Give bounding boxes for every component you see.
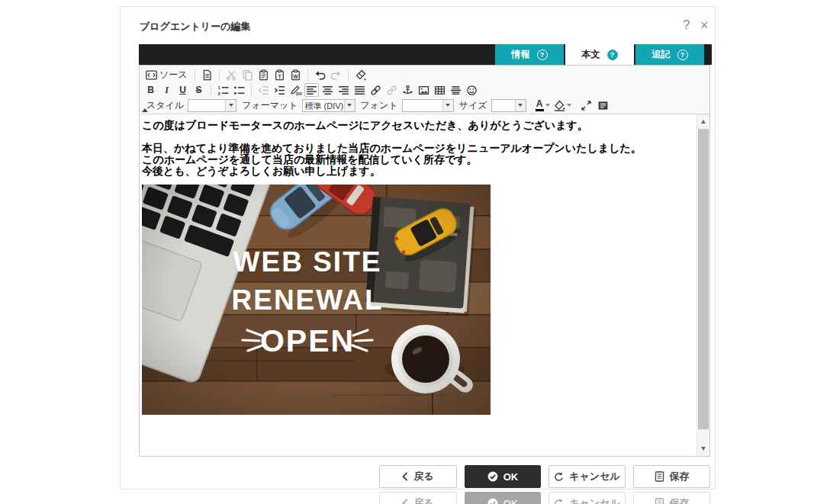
paragraph-text: 今後とも、どうぞよろしくお願い申し上げます。 — [142, 165, 381, 177]
format-select[interactable]: 標準 (DIV) — [302, 99, 355, 112]
increase-indent-button[interactable] — [272, 83, 287, 97]
horizontal-rule-button[interactable] — [449, 83, 463, 97]
editor-toolbar: ソース — [140, 66, 709, 114]
tab-body-label: 本文 — [582, 48, 600, 61]
ok-button-label: OK — [503, 471, 519, 483]
italic-button[interactable]: I — [159, 83, 174, 97]
maximize-icon — [581, 100, 592, 111]
save-button[interactable]: 保存 — [633, 465, 710, 488]
paragraph: この度はブロードモータースのホームページにアクセスいただき、ありがとうございます… — [142, 120, 693, 131]
toolbar-separator — [251, 85, 252, 96]
help-circle-icon[interactable]: ? — [677, 50, 688, 60]
toolbar-collapse-button[interactable] — [142, 108, 148, 112]
triangle-down-icon — [701, 447, 706, 451]
style-select-value — [188, 100, 225, 111]
decrease-indent-button[interactable] — [256, 83, 271, 97]
anchor-button[interactable] — [401, 83, 415, 97]
background-color-button[interactable] — [553, 98, 572, 112]
style-select[interactable] — [188, 99, 236, 112]
div-container-icon: DIV — [290, 85, 302, 96]
smiley-icon — [466, 85, 478, 96]
toolbar-row-3: スタイル フォーマット 標準 (DIV) フォント サ — [143, 98, 707, 113]
tab-postscript-label: 追記 — [652, 48, 671, 61]
show-blocks-icon — [597, 100, 609, 111]
toolbar-separator — [348, 69, 349, 81]
align-center-button[interactable] — [320, 83, 335, 97]
justify-button[interactable] — [352, 83, 367, 97]
ok-button[interactable]: OK — [465, 465, 541, 488]
align-right-button[interactable] — [336, 83, 351, 97]
chevron-down-icon[interactable] — [515, 100, 526, 111]
smiley-button[interactable] — [465, 83, 479, 97]
ok-button-background: OK — [465, 492, 541, 504]
tab-postscript[interactable]: 追記 ? — [635, 44, 704, 65]
tab-body[interactable]: 本文 ? — [565, 44, 634, 65]
bulleted-list-icon — [233, 85, 245, 96]
source-icon — [146, 69, 157, 81]
indent-icon — [274, 85, 285, 96]
save-button-label: 保存 — [670, 470, 690, 483]
chevron-down-icon[interactable] — [567, 104, 571, 107]
insert-image-button[interactable] — [417, 83, 431, 97]
align-left-button[interactable] — [304, 83, 319, 97]
size-label: サイズ — [459, 99, 487, 112]
help-circle-icon[interactable]: ? — [537, 50, 548, 60]
style-label: スタイル — [146, 99, 184, 112]
cancel-button[interactable]: キャンセル — [549, 465, 626, 488]
cancel-button-background: キャンセル — [549, 492, 626, 504]
close-icon[interactable]: × — [700, 18, 709, 32]
toolbar-separator — [211, 85, 211, 96]
numbered-list-button[interactable]: 12 — [216, 83, 230, 97]
save-button-background: 保存 — [633, 492, 710, 504]
dialog-help-icon[interactable]: ? — [683, 18, 690, 31]
paragraph-text: このホームページを通して当店の最新情報を配信していく所存です。 — [142, 153, 478, 165]
size-select[interactable] — [491, 99, 526, 112]
back-button[interactable]: 戻る — [379, 465, 457, 488]
blog-image[interactable]: WEB SITE RENEWAL OPEN — [142, 185, 491, 415]
paste-as-text-button[interactable]: T — [272, 68, 287, 82]
create-div-button[interactable]: DIV — [288, 83, 303, 97]
redo-button[interactable] — [329, 68, 343, 82]
strikethrough-button[interactable]: S — [191, 83, 206, 97]
undo-button[interactable] — [313, 68, 327, 82]
text-color-button[interactable]: A — [535, 98, 551, 112]
back-button-label: 戻る — [413, 496, 433, 504]
chevron-down-icon[interactable] — [344, 100, 355, 111]
undo-circle-icon — [554, 472, 564, 482]
paste-from-word-button[interactable]: W — [288, 68, 303, 82]
link-button[interactable] — [368, 83, 383, 97]
help-circle-icon[interactable]: ? — [607, 50, 618, 60]
bulleted-list-button[interactable] — [232, 83, 246, 97]
chevron-down-icon[interactable] — [545, 104, 550, 107]
unlink-button[interactable] — [384, 83, 399, 97]
editor-body[interactable]: この度はブロードモータースのホームページにアクセスいただき、ありがとうございます… — [140, 114, 696, 456]
show-blocks-button[interactable] — [596, 98, 610, 112]
toolbar-row-2: B I U S 12 — [143, 82, 707, 98]
scroll-up-button[interactable] — [697, 115, 709, 128]
editor-scrollbar[interactable] — [696, 114, 709, 456]
source-button[interactable]: ソース — [143, 68, 190, 82]
copy-button[interactable] — [240, 68, 255, 82]
cut-button[interactable] — [224, 68, 239, 82]
font-label: フォント — [361, 99, 398, 112]
tab-bar: 情報 ? 本文 ? 追記 ? — [139, 44, 712, 65]
remove-format-button[interactable] — [353, 68, 368, 82]
underline-button[interactable]: U — [175, 83, 190, 97]
chevron-left-icon — [402, 499, 408, 504]
unlink-icon — [386, 85, 397, 96]
templates-button[interactable] — [200, 68, 214, 82]
chevron-down-icon[interactable] — [225, 100, 236, 111]
font-select[interactable] — [402, 99, 454, 112]
scrollbar-thumb[interactable] — [698, 129, 709, 429]
bold-button[interactable]: B — [143, 83, 158, 97]
maximize-button[interactable] — [579, 98, 594, 112]
chevron-down-icon[interactable] — [442, 100, 453, 111]
insert-table-button[interactable] — [433, 83, 447, 97]
scroll-down-button[interactable] — [697, 442, 709, 455]
clipboard-word-icon: W — [290, 69, 301, 81]
paragraph-text: この度はブロードモータースのホームページにアクセスいただき、ありがとうございます… — [142, 119, 588, 131]
table-icon — [434, 85, 446, 96]
tab-info[interactable]: 情報 ? — [495, 44, 564, 65]
clipboard-text-icon: T — [274, 69, 285, 81]
paste-button[interactable] — [256, 68, 271, 82]
